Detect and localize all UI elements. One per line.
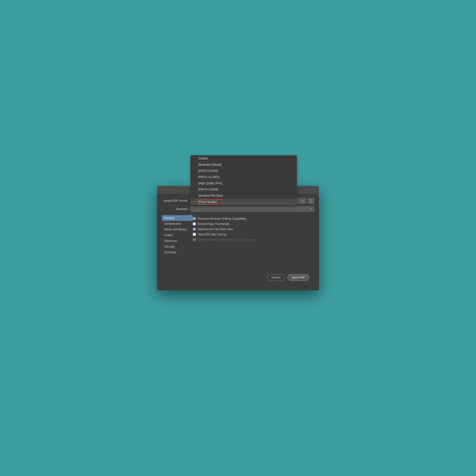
preserve-label[interactable]: Preserve Illustrator Editing Capabilitie…: [198, 217, 247, 221]
thumbnails-label[interactable]: Embed Page Thumbnails: [198, 222, 230, 226]
checkbox-viewpdf-row: View PDF after Saving: [193, 233, 314, 236]
sidebar-item-general[interactable]: General: [162, 215, 193, 221]
content-area: General Compression Marks and Bleeds Out…: [162, 215, 314, 255]
dialog-footer: Cancel Save PDF: [162, 270, 314, 286]
standard-select-wrapper: ▼: [190, 206, 314, 212]
sidebar-item-marks-bleeds[interactable]: Marks and Bleeds: [162, 227, 193, 232]
checkboxes-area: Preserve Illustrator Editing Capabilitie…: [193, 215, 314, 241]
checkbox-optimize-row: Optimize for Fast Web View: [193, 227, 314, 231]
checkbox-preserve-row: Preserve Illustrator Editing Capabilitie…: [193, 217, 314, 221]
layers-checkbox: [193, 238, 196, 241]
upload-preset-button[interactable]: [307, 198, 314, 204]
layers-label: Create Acrobat Layers from Top-Level Lay…: [198, 238, 255, 241]
dropdown-item-pdfx3[interactable]: [PDF/X-3:2002]: [191, 168, 297, 174]
dialog-body: Adobe PDF Preset: [Press Quality] ▼ Cust…: [157, 194, 319, 290]
upload-icon: [309, 199, 312, 203]
checkbox-thumbnails-row: Embed Page Thumbnails: [193, 222, 314, 226]
thumbnails-checkbox[interactable]: [193, 222, 196, 225]
standard-row: Standard: ▼: [162, 206, 314, 212]
check-press-quality: ✓: [193, 200, 197, 203]
save-pdf-dialog: Save Adobe PDF Adobe PDF Preset: [Press …: [157, 186, 319, 290]
optimize-label[interactable]: Optimize for Fast Web View: [198, 227, 233, 231]
standard-label: Standard:: [162, 207, 190, 211]
save-pdf-button[interactable]: Save PDF: [287, 274, 309, 281]
dropdown-item-custom[interactable]: Custom: [191, 155, 297, 162]
dropdown-item-pdfx1a[interactable]: [PDF/X-1a:2001]: [191, 174, 297, 180]
checkbox-layers-row: Create Acrobat Layers from Top-Level Lay…: [193, 238, 314, 241]
dropdown-item-press-quality[interactable]: ✓ [Press Quality]: [191, 199, 297, 205]
sidebar-item-advanced[interactable]: Advanced: [162, 238, 193, 244]
dropdown-item-high-quality[interactable]: [High Quality Print]: [191, 180, 297, 186]
preset-row: Adobe PDF Preset: [Press Quality] ▼ Cust…: [162, 198, 314, 204]
dropdown-item-pdfx4[interactable]: [PDF/X-4:2008]: [191, 186, 297, 192]
viewpdf-checkbox[interactable]: [193, 233, 196, 236]
main-panel: Preserve Illustrator Editing Capabilitie…: [193, 215, 314, 255]
sidebar-item-security[interactable]: Security: [162, 244, 193, 249]
preset-dropdown: Custom [Illustrator Default] [PDF/X-3:20…: [190, 155, 297, 205]
sidebar: General Compression Marks and Bleeds Out…: [162, 215, 193, 255]
optimize-checkbox[interactable]: [193, 227, 196, 231]
sidebar-item-output[interactable]: Output: [162, 232, 193, 238]
viewpdf-label[interactable]: View PDF after Saving: [198, 233, 226, 236]
cancel-button[interactable]: Cancel: [267, 274, 285, 281]
preset-label: Adobe PDF Preset:: [162, 199, 190, 203]
preserve-checkbox[interactable]: [193, 217, 196, 220]
dropdown-item-illustrator-default[interactable]: [Illustrator Default]: [191, 162, 297, 168]
sidebar-item-summary[interactable]: Summary: [162, 249, 193, 255]
sidebar-item-compression[interactable]: Compression: [162, 221, 193, 227]
dropdown-item-smallest[interactable]: [Smallest File Size]: [191, 192, 297, 199]
standard-select[interactable]: [190, 206, 314, 212]
preset-select-wrapper: [Press Quality] ▼ Custom [Illustrator De…: [190, 198, 306, 204]
